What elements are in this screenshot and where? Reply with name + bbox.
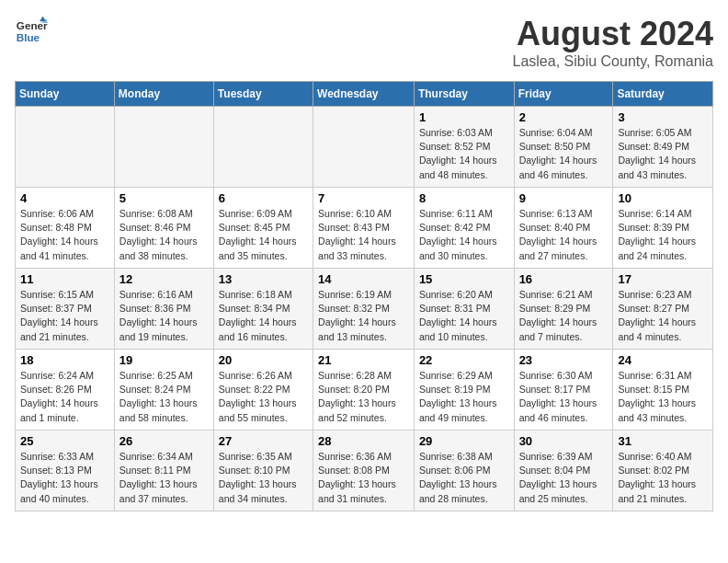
day-info: Sunrise: 6:25 AM Sunset: 8:24 PM Dayligh…: [119, 369, 209, 425]
calendar-day-cell: 12Sunrise: 6:16 AM Sunset: 8:36 PM Dayli…: [114, 269, 213, 350]
day-number: 7: [318, 191, 409, 205]
day-number: 30: [519, 434, 609, 448]
day-info: Sunrise: 6:13 AM Sunset: 8:40 PM Dayligh…: [519, 207, 609, 263]
calendar-day-cell: 31Sunrise: 6:40 AM Sunset: 8:02 PM Dayli…: [613, 431, 713, 511]
day-number: 20: [219, 353, 308, 367]
day-number: 3: [618, 110, 708, 124]
day-number: 15: [419, 272, 509, 286]
day-number: 24: [618, 353, 708, 367]
day-info: Sunrise: 6:26 AM Sunset: 8:22 PM Dayligh…: [219, 369, 308, 425]
day-info: Sunrise: 6:03 AM Sunset: 8:52 PM Dayligh…: [419, 126, 509, 182]
day-info: Sunrise: 6:34 AM Sunset: 8:11 PM Dayligh…: [119, 450, 209, 506]
day-info: Sunrise: 6:31 AM Sunset: 8:15 PM Dayligh…: [618, 369, 708, 425]
day-info: Sunrise: 6:40 AM Sunset: 8:02 PM Dayligh…: [618, 450, 708, 506]
day-number: 26: [119, 434, 209, 448]
calendar-day-cell: 9Sunrise: 6:13 AM Sunset: 8:40 PM Daylig…: [514, 188, 613, 269]
day-number: 17: [618, 272, 708, 286]
day-info: Sunrise: 6:06 AM Sunset: 8:48 PM Dayligh…: [20, 207, 109, 263]
logo-icon: General Blue: [15, 15, 48, 48]
day-number: 11: [20, 272, 109, 286]
day-number: 31: [618, 434, 708, 448]
location-title: Laslea, Sibiu County, Romania: [513, 53, 714, 70]
month-title: August 2024: [513, 15, 714, 53]
day-info: Sunrise: 6:14 AM Sunset: 8:39 PM Dayligh…: [618, 207, 708, 263]
weekday-header-cell: Thursday: [414, 82, 514, 107]
day-number: 2: [519, 110, 609, 124]
calendar-day-cell: 11Sunrise: 6:15 AM Sunset: 8:37 PM Dayli…: [16, 269, 115, 350]
calendar-day-cell: 30Sunrise: 6:39 AM Sunset: 8:04 PM Dayli…: [514, 431, 613, 511]
day-number: 1: [419, 110, 509, 124]
day-info: Sunrise: 6:36 AM Sunset: 8:08 PM Dayligh…: [318, 450, 409, 506]
calendar-day-cell: [16, 107, 115, 188]
day-info: Sunrise: 6:18 AM Sunset: 8:34 PM Dayligh…: [219, 288, 308, 344]
day-number: 5: [119, 191, 209, 205]
calendar-week-row: 1Sunrise: 6:03 AM Sunset: 8:52 PM Daylig…: [16, 107, 713, 188]
calendar-day-cell: 25Sunrise: 6:33 AM Sunset: 8:13 PM Dayli…: [16, 431, 115, 511]
calendar-day-cell: [313, 107, 415, 188]
day-number: 4: [20, 191, 109, 205]
calendar-day-cell: 7Sunrise: 6:10 AM Sunset: 8:43 PM Daylig…: [313, 188, 415, 269]
day-info: Sunrise: 6:23 AM Sunset: 8:27 PM Dayligh…: [618, 288, 708, 344]
day-number: 18: [20, 353, 109, 367]
day-info: Sunrise: 6:15 AM Sunset: 8:37 PM Dayligh…: [20, 288, 109, 344]
day-info: Sunrise: 6:04 AM Sunset: 8:50 PM Dayligh…: [519, 126, 609, 182]
day-info: Sunrise: 6:35 AM Sunset: 8:10 PM Dayligh…: [219, 450, 308, 506]
calendar-table: SundayMondayTuesdayWednesdayThursdayFrid…: [15, 81, 713, 511]
weekday-header-cell: Friday: [514, 82, 613, 107]
calendar-day-cell: 24Sunrise: 6:31 AM Sunset: 8:15 PM Dayli…: [613, 350, 713, 431]
day-number: 10: [618, 191, 708, 205]
weekday-header-cell: Saturday: [613, 82, 713, 107]
calendar-day-cell: 20Sunrise: 6:26 AM Sunset: 8:22 PM Dayli…: [213, 350, 313, 431]
day-number: 9: [519, 191, 609, 205]
day-info: Sunrise: 6:24 AM Sunset: 8:26 PM Dayligh…: [20, 369, 109, 425]
calendar-day-cell: 14Sunrise: 6:19 AM Sunset: 8:32 PM Dayli…: [313, 269, 415, 350]
day-number: 25: [20, 434, 109, 448]
day-info: Sunrise: 6:30 AM Sunset: 8:17 PM Dayligh…: [519, 369, 609, 425]
weekday-header-cell: Monday: [114, 82, 213, 107]
calendar-day-cell: 21Sunrise: 6:28 AM Sunset: 8:20 PM Dayli…: [313, 350, 415, 431]
weekday-header-row: SundayMondayTuesdayWednesdayThursdayFrid…: [16, 82, 713, 107]
day-number: 16: [519, 272, 609, 286]
weekday-header-cell: Sunday: [16, 82, 115, 107]
calendar-day-cell: 29Sunrise: 6:38 AM Sunset: 8:06 PM Dayli…: [414, 431, 514, 511]
calendar-day-cell: 2Sunrise: 6:04 AM Sunset: 8:50 PM Daylig…: [514, 107, 613, 188]
calendar-day-cell: 19Sunrise: 6:25 AM Sunset: 8:24 PM Dayli…: [114, 350, 213, 431]
calendar-day-cell: 3Sunrise: 6:05 AM Sunset: 8:49 PM Daylig…: [613, 107, 713, 188]
calendar-day-cell: 22Sunrise: 6:29 AM Sunset: 8:19 PM Dayli…: [414, 350, 514, 431]
weekday-header-cell: Tuesday: [213, 82, 313, 107]
day-info: Sunrise: 6:09 AM Sunset: 8:45 PM Dayligh…: [219, 207, 308, 263]
calendar-day-cell: 26Sunrise: 6:34 AM Sunset: 8:11 PM Dayli…: [114, 431, 213, 511]
calendar-day-cell: 13Sunrise: 6:18 AM Sunset: 8:34 PM Dayli…: [213, 269, 313, 350]
day-number: 21: [318, 353, 409, 367]
logo: General Blue: [15, 15, 48, 48]
day-info: Sunrise: 6:05 AM Sunset: 8:49 PM Dayligh…: [618, 126, 708, 182]
calendar-day-cell: 1Sunrise: 6:03 AM Sunset: 8:52 PM Daylig…: [414, 107, 514, 188]
day-info: Sunrise: 6:28 AM Sunset: 8:20 PM Dayligh…: [318, 369, 409, 425]
day-info: Sunrise: 6:38 AM Sunset: 8:06 PM Dayligh…: [419, 450, 509, 506]
calendar-day-cell: 4Sunrise: 6:06 AM Sunset: 8:48 PM Daylig…: [16, 188, 115, 269]
calendar-week-row: 18Sunrise: 6:24 AM Sunset: 8:26 PM Dayli…: [16, 350, 713, 431]
day-info: Sunrise: 6:20 AM Sunset: 8:31 PM Dayligh…: [419, 288, 509, 344]
day-info: Sunrise: 6:33 AM Sunset: 8:13 PM Dayligh…: [20, 450, 109, 506]
day-number: 12: [119, 272, 209, 286]
calendar-day-cell: 18Sunrise: 6:24 AM Sunset: 8:26 PM Dayli…: [16, 350, 115, 431]
day-info: Sunrise: 6:29 AM Sunset: 8:19 PM Dayligh…: [419, 369, 509, 425]
day-number: 8: [419, 191, 509, 205]
day-info: Sunrise: 6:39 AM Sunset: 8:04 PM Dayligh…: [519, 450, 609, 506]
day-info: Sunrise: 6:16 AM Sunset: 8:36 PM Dayligh…: [119, 288, 209, 344]
day-info: Sunrise: 6:21 AM Sunset: 8:29 PM Dayligh…: [519, 288, 609, 344]
day-info: Sunrise: 6:19 AM Sunset: 8:32 PM Dayligh…: [318, 288, 409, 344]
calendar-day-cell: [213, 107, 313, 188]
day-number: 28: [318, 434, 409, 448]
calendar-day-cell: 23Sunrise: 6:30 AM Sunset: 8:17 PM Dayli…: [514, 350, 613, 431]
calendar-day-cell: [114, 107, 213, 188]
calendar-day-cell: 16Sunrise: 6:21 AM Sunset: 8:29 PM Dayli…: [514, 269, 613, 350]
day-number: 27: [219, 434, 308, 448]
day-info: Sunrise: 6:11 AM Sunset: 8:42 PM Dayligh…: [419, 207, 509, 263]
calendar-day-cell: 5Sunrise: 6:08 AM Sunset: 8:46 PM Daylig…: [114, 188, 213, 269]
day-number: 13: [219, 272, 308, 286]
calendar-day-cell: 6Sunrise: 6:09 AM Sunset: 8:45 PM Daylig…: [213, 188, 313, 269]
day-number: 19: [119, 353, 209, 367]
calendar-day-cell: 28Sunrise: 6:36 AM Sunset: 8:08 PM Dayli…: [313, 431, 415, 511]
calendar-day-cell: 10Sunrise: 6:14 AM Sunset: 8:39 PM Dayli…: [613, 188, 713, 269]
